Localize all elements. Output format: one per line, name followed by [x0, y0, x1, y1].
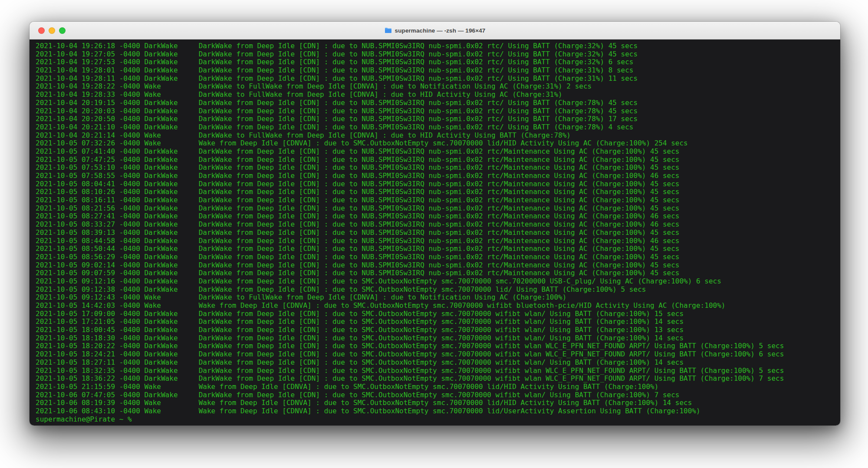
- log-line: 2021-10-05 07:41:40 -0400 DarkWake DarkW…: [36, 148, 834, 156]
- log-line: 2021-10-05 08:04:41 -0400 DarkWake DarkW…: [36, 180, 834, 188]
- log-line: 2021-10-05 08:39:13 -0400 DarkWake DarkW…: [36, 229, 834, 237]
- log-line: 2021-10-06 07:47:05 -0400 DarkWake DarkW…: [36, 391, 834, 399]
- log-line: 2021-10-05 18:36:22 -0400 DarkWake DarkW…: [36, 375, 834, 383]
- window-controls: [38, 22, 66, 39]
- log-line: 2021-10-05 18:00:45 -0400 DarkWake DarkW…: [36, 326, 834, 334]
- log-line: 2021-10-05 18:32:35 -0400 DarkWake DarkW…: [36, 367, 834, 375]
- log-line: 2021-10-05 18:24:21 -0400 DarkWake DarkW…: [36, 350, 834, 359]
- log-line: 2021-10-05 09:02:14 -0400 DarkWake DarkW…: [36, 261, 834, 270]
- log-line: 2021-10-05 09:12:16 -0400 DarkWake DarkW…: [36, 277, 834, 286]
- log-line: 2021-10-04 19:27:53 -0400 DarkWake DarkW…: [36, 58, 834, 66]
- log-line: 2021-10-05 08:27:41 -0400 DarkWake DarkW…: [36, 212, 834, 221]
- log-line: 2021-10-05 09:12:43 -0400 Wake DarkWake …: [36, 293, 834, 302]
- log-line: 2021-10-04 19:28:11 -0400 DarkWake DarkW…: [36, 75, 834, 83]
- log-line: 2021-10-05 18:27:11 -0400 DarkWake DarkW…: [36, 359, 834, 367]
- title-bar[interactable]: supermachine — -zsh — 196×47: [30, 22, 840, 40]
- log-line: 2021-10-05 09:07:59 -0400 DarkWake DarkW…: [36, 269, 834, 277]
- log-line: 2021-10-05 07:47:25 -0400 DarkWake DarkW…: [36, 156, 834, 164]
- log-line: 2021-10-05 08:21:56 -0400 DarkWake DarkW…: [36, 204, 834, 213]
- log-line: 2021-10-05 18:18:30 -0400 DarkWake DarkW…: [36, 334, 834, 343]
- log-line: 2021-10-04 19:26:18 -0400 DarkWake DarkW…: [36, 42, 834, 50]
- log-line: 2021-10-04 19:28:01 -0400 DarkWake DarkW…: [36, 66, 834, 75]
- log-line: 2021-10-06 08:43:10 -0400 Wake Wake from…: [36, 407, 834, 415]
- log-line: 2021-10-05 08:50:44 -0400 DarkWake DarkW…: [36, 245, 834, 253]
- log-line: 2021-10-04 19:28:33 -0400 Wake DarkWake …: [36, 91, 834, 99]
- log-line: 2021-10-04 20:21:14 -0400 Wake DarkWake …: [36, 132, 834, 140]
- log-line: 2021-10-05 08:33:27 -0400 DarkWake DarkW…: [36, 221, 834, 229]
- log-line: 2021-10-05 08:10:26 -0400 DarkWake DarkW…: [36, 188, 834, 196]
- terminal-window: supermachine — -zsh — 196×47 2021-10-04 …: [30, 22, 840, 425]
- shell-prompt[interactable]: supermachine@Pirate ~ %: [36, 415, 834, 424]
- terminal-log: 2021-10-04 19:26:18 -0400 DarkWake DarkW…: [36, 42, 834, 423]
- log-line: 2021-10-05 09:12:38 -0400 DarkWake DarkW…: [36, 286, 834, 294]
- log-line: 2021-10-05 21:15:59 -0400 Wake Wake from…: [36, 383, 834, 391]
- log-line: 2021-10-04 19:27:05 -0400 DarkWake DarkW…: [36, 50, 834, 59]
- log-line: 2021-10-05 08:56:29 -0400 DarkWake DarkW…: [36, 253, 834, 261]
- minimize-button[interactable]: [49, 27, 55, 34]
- close-button[interactable]: [38, 27, 45, 34]
- log-line: 2021-10-04 19:28:22 -0400 Wake DarkWake …: [36, 82, 834, 91]
- log-line: 2021-10-04 20:20:50 -0400 DarkWake DarkW…: [36, 115, 834, 123]
- log-line: 2021-10-05 07:58:55 -0400 DarkWake DarkW…: [36, 172, 834, 180]
- log-line: 2021-10-05 18:20:22 -0400 DarkWake DarkW…: [36, 342, 834, 350]
- log-line: 2021-10-05 08:16:11 -0400 DarkWake DarkW…: [36, 196, 834, 204]
- log-line: 2021-10-05 17:21:05 -0400 DarkWake DarkW…: [36, 318, 834, 326]
- log-line: 2021-10-06 08:19:39 -0400 Wake Wake from…: [36, 399, 834, 407]
- log-line: 2021-10-04 20:19:15 -0400 DarkWake DarkW…: [36, 99, 834, 107]
- log-line: 2021-10-05 07:32:26 -0400 Wake Wake from…: [36, 139, 834, 148]
- log-line: 2021-10-05 07:53:10 -0400 DarkWake DarkW…: [36, 164, 834, 172]
- window-title-group: supermachine — -zsh — 196×47: [385, 27, 486, 34]
- window-title: supermachine — -zsh — 196×47: [395, 27, 486, 34]
- log-line: 2021-10-05 17:09:00 -0400 DarkWake DarkW…: [36, 310, 834, 318]
- folder-icon[interactable]: [385, 27, 392, 33]
- log-line: 2021-10-05 14:42:03 -0400 Wake Wake from…: [36, 302, 834, 310]
- log-line: 2021-10-05 08:44:58 -0400 DarkWake DarkW…: [36, 237, 834, 245]
- zoom-button[interactable]: [59, 27, 66, 34]
- terminal-content[interactable]: 2021-10-04 19:26:18 -0400 DarkWake DarkW…: [30, 40, 840, 425]
- log-line: 2021-10-04 20:20:03 -0400 DarkWake DarkW…: [36, 107, 834, 115]
- log-line: 2021-10-04 20:21:10 -0400 DarkWake DarkW…: [36, 123, 834, 132]
